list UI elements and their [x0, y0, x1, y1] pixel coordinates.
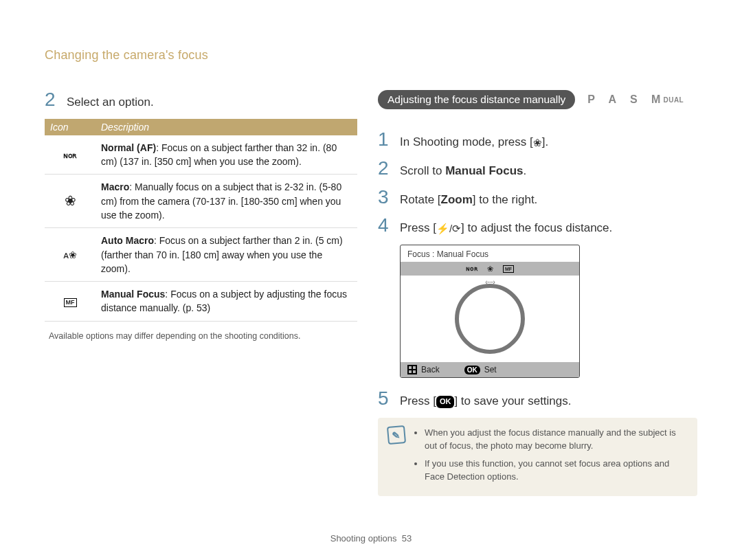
left-column: 2 Select an option. Icon Description ɴᴏʀ… [45, 90, 357, 496]
nor-icon: ɴᴏʀ [466, 265, 477, 272]
options-table: Icon Description ɴᴏʀ Normal (AF): Focus … [45, 119, 357, 322]
col-icon: Icon [45, 119, 95, 135]
step-number: 2 [378, 159, 400, 178]
page-title: Changing the camera's focus [45, 48, 697, 63]
dual-label: DUAL [663, 96, 684, 104]
ok-icon: OK [464, 366, 480, 374]
tip-box: ✎ When you adjust the focus distance man… [378, 418, 697, 496]
lcd-icon-bar: ɴᴏʀ ❀ MF [401, 262, 579, 276]
section-pill: Adjusting the focus distance manually [378, 90, 575, 109]
col-description: Description [95, 119, 357, 135]
table-row: MF Manual Focus: Focus on a subject by a… [45, 282, 357, 322]
step-1: 1 In Shooting mode, press [❀]. [378, 130, 697, 150]
mf-icon: MF [64, 298, 77, 307]
step-number: 2 [45, 90, 67, 109]
lcd-preview: Focus : Manual Focus ɴᴏʀ ❀ MF ‹·····› Ba… [400, 245, 580, 378]
auto-macro-icon: ᴀ❀ [63, 250, 77, 260]
step-3: 3 Rotate [Zoom] to the right. [378, 188, 697, 208]
dial-scale-icon: ‹·····› [485, 278, 495, 286]
note-icon: ✎ [387, 425, 406, 445]
availability-note: Available options may differ depending o… [49, 331, 357, 341]
macro-icon: ❀ [487, 265, 493, 273]
step-number: 4 [378, 216, 400, 235]
set-label: OK Set [464, 365, 497, 374]
ok-icon: OK [436, 396, 455, 407]
lcd-dial-area: ‹·····› [401, 276, 579, 362]
step-number: 5 [378, 389, 400, 408]
page-footer: Shooting options 53 [0, 533, 742, 544]
step-text: Rotate [Zoom] to the right. [400, 192, 537, 208]
mode-indicator: P A S MDUAL [587, 93, 684, 106]
row-desc: Normal (AF): Focus on a subject farther … [95, 135, 357, 175]
step-text: In Shooting mode, press [❀]. [400, 134, 548, 150]
step-text: Select an option. [67, 94, 154, 111]
step-number: 3 [378, 188, 400, 207]
focus-dial-icon: ‹·····› [455, 284, 525, 354]
right-column: Adjusting the focus distance manually P … [357, 90, 697, 496]
table-row: ᴀ❀ Auto Macro: Focus on a subject farthe… [45, 228, 357, 282]
table-row: ❀ Macro: Manually focus on a subject tha… [45, 175, 357, 228]
step-number: 1 [378, 130, 400, 149]
macro-button-icon: ❀ [533, 135, 542, 150]
table-row: ɴᴏʀ Normal (AF): Focus on a subject fart… [45, 135, 357, 175]
step-text: Press [OK] to save your settings. [400, 393, 572, 410]
flash-timer-icon: ⚡/⟳ [436, 221, 461, 236]
step-2r: 2 Scroll to Manual Focus. [378, 159, 697, 179]
columns: 2 Select an option. Icon Description ɴᴏʀ… [45, 90, 697, 496]
back-label: Back [407, 365, 440, 374]
manual-page: Changing the camera's focus 2 Select an … [0, 0, 742, 560]
row-desc: Macro: Manually focus on a subject that … [95, 175, 357, 228]
step-4: 4 Press [⚡/⟳] to adjust the focus distan… [378, 216, 697, 236]
step-2: 2 Select an option. [45, 90, 357, 111]
mf-icon: MF [503, 265, 514, 273]
tip-item: When you adjust the focus distance manua… [425, 426, 688, 453]
grid-icon [407, 365, 417, 374]
section-header: Adjusting the focus distance manually P … [378, 90, 697, 109]
nor-icon: ɴᴏʀ [63, 152, 77, 159]
lcd-title: Focus : Manual Focus [401, 245, 579, 262]
step-text: Scroll to Manual Focus. [400, 163, 526, 179]
row-desc: Manual Focus: Focus on a subject by adju… [95, 282, 357, 322]
step-5: 5 Press [OK] to save your settings. [378, 389, 697, 410]
lcd-footer: Back OK Set [401, 362, 579, 377]
tip-item: If you use this function, you cannot set… [425, 457, 688, 484]
row-desc: Auto Macro: Focus on a subject farther t… [95, 228, 357, 282]
tip-list: When you adjust the focus distance manua… [414, 426, 688, 488]
step-text: Press [⚡/⟳] to adjust the focus distance… [400, 220, 612, 236]
macro-icon: ❀ [65, 194, 76, 208]
